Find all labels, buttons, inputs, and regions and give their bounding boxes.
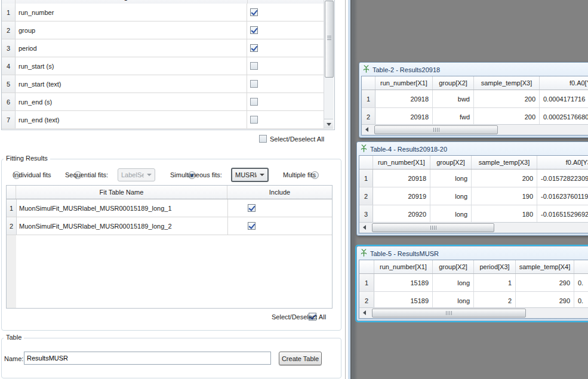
table-cell[interactable]: long bbox=[433, 274, 474, 291]
horizontal-scrollbar[interactable] bbox=[362, 124, 588, 135]
column-header[interactable]: group[X2] bbox=[433, 260, 474, 273]
fit-table-row: 1MuonSimulFit_MUSRlabel_MUSR00015189_lon… bbox=[7, 199, 332, 217]
log-value-cell: group bbox=[16, 21, 247, 39]
row-number: 2 bbox=[2, 21, 16, 39]
include-checkbox[interactable] bbox=[250, 80, 258, 88]
table-cell[interactable]: 15189 bbox=[374, 292, 433, 309]
column-header[interactable]: group[X2] bbox=[433, 76, 474, 90]
column-header[interactable]: period[X3] bbox=[474, 260, 516, 273]
table-cell[interactable]: 0. bbox=[574, 292, 588, 309]
include-checkbox[interactable] bbox=[248, 222, 255, 230]
column-header[interactable]: run_number[X1] bbox=[375, 76, 433, 90]
row-number: 2 bbox=[359, 187, 373, 205]
scrollbar-thumb[interactable] bbox=[372, 309, 526, 318]
scrollbar-thumb[interactable] bbox=[374, 125, 498, 134]
table-window-results20918-20[interactable]: Table-4 - Results20918-20run_number[X1]g… bbox=[356, 141, 588, 236]
multiple-fits-label: Multiple fits bbox=[283, 171, 316, 178]
table-cell[interactable]: 20920 bbox=[373, 205, 430, 223]
include-checkbox[interactable] bbox=[250, 44, 258, 52]
table-cell[interactable]: 20918 bbox=[375, 90, 433, 107]
table-cell[interactable]: long bbox=[433, 292, 474, 309]
log-table-rows: 1run_number2group3period4run_start (s)5r… bbox=[2, 4, 324, 129]
include-checkbox[interactable] bbox=[250, 98, 258, 106]
scrollbar-left-button[interactable] bbox=[359, 308, 370, 318]
row-number: 2 bbox=[362, 108, 375, 125]
window-titlebar[interactable]: Table-2 - Results20918 bbox=[361, 64, 588, 75]
table-window-resultsmusr[interactable]: Table-5 - ResultsMUSRrun_number[X1]group… bbox=[356, 246, 588, 321]
include-cell bbox=[247, 57, 324, 75]
table-cell[interactable]: bwd bbox=[433, 90, 474, 107]
table-cell[interactable]: long bbox=[430, 205, 472, 223]
table-cell[interactable]: -0.01623760119 bbox=[537, 187, 588, 205]
include-checkbox[interactable] bbox=[250, 62, 258, 70]
table-cell[interactable]: 20918 bbox=[373, 170, 430, 187]
chevron-down-icon bbox=[147, 174, 152, 176]
column-header[interactable] bbox=[574, 260, 588, 273]
table-cell[interactable]: 190 bbox=[472, 187, 537, 205]
table-corner bbox=[359, 156, 373, 169]
table-cell[interactable]: 200 bbox=[472, 170, 537, 187]
table-cell[interactable]: -0.01572822309 bbox=[537, 170, 588, 187]
column-header[interactable]: run_number[X1] bbox=[374, 260, 433, 273]
table-content: run_number[X1]group[X2]sample_temp[X3]f0… bbox=[361, 76, 588, 135]
table-cell[interactable]: 200 bbox=[474, 108, 540, 125]
table-cell[interactable]: 180 bbox=[472, 205, 537, 223]
column-header[interactable]: sample_temp[X3] bbox=[472, 156, 537, 169]
simultaneous-label-combobox[interactable]: MUSRlabe bbox=[231, 168, 269, 182]
table-cell[interactable]: 2 bbox=[474, 292, 516, 309]
table-cell[interactable]: 290 bbox=[516, 292, 574, 309]
include-cell bbox=[247, 39, 324, 57]
table-content: run_number[X1]group[X2]period[X3]sample_… bbox=[359, 260, 588, 319]
include-cell bbox=[247, 21, 324, 39]
include-checkbox[interactable] bbox=[250, 116, 258, 124]
table-cell[interactable]: long bbox=[430, 187, 472, 205]
row-number: 4 bbox=[2, 57, 16, 75]
window-titlebar[interactable]: Table-4 - Results20918-20 bbox=[358, 143, 588, 155]
table-cell[interactable]: 1 bbox=[474, 274, 516, 291]
include-checkbox[interactable] bbox=[248, 204, 255, 212]
table-cell[interactable]: 0. bbox=[574, 274, 588, 291]
scrollbar-down-button[interactable] bbox=[324, 119, 333, 129]
column-header[interactable]: f0.A0[Y bbox=[540, 76, 588, 90]
table-cell[interactable]: 20918 bbox=[375, 108, 433, 125]
table-cell[interactable]: 290 bbox=[516, 274, 574, 291]
sequential-label-combobox: LabelSeq bbox=[118, 168, 155, 181]
table-cell[interactable]: 0.0004171716 bbox=[540, 90, 588, 107]
table-cell[interactable]: 200 bbox=[474, 90, 540, 107]
scrollbar-thumb[interactable] bbox=[372, 223, 494, 232]
include-checkbox[interactable] bbox=[250, 8, 258, 16]
simultaneous-label-combobox-value: MUSRlabe bbox=[232, 171, 257, 178]
vertical-scrollbar[interactable] bbox=[324, 0, 334, 129]
left-arrow-icon bbox=[363, 225, 366, 230]
column-header[interactable]: sample_temp[X4] bbox=[516, 260, 574, 273]
results-table-panel: Log Value Include 1run_number2group3peri… bbox=[0, 0, 345, 379]
table-cell[interactable]: 15189 bbox=[374, 274, 433, 291]
table-cell[interactable]: 20919 bbox=[373, 187, 430, 205]
row-number: 1 bbox=[359, 170, 373, 187]
row-number: 6 bbox=[2, 93, 16, 110]
horizontal-scrollbar[interactable] bbox=[359, 222, 588, 233]
window-titlebar[interactable]: Table-5 - ResultsMUSR bbox=[358, 248, 588, 259]
panel-border bbox=[345, 0, 346, 379]
column-header[interactable]: f0.A0[Y3 bbox=[537, 156, 588, 169]
scrollbar-left-button[interactable] bbox=[359, 223, 370, 232]
column-header[interactable]: sample_temp[X3] bbox=[474, 76, 540, 90]
column-header[interactable]: group[X2] bbox=[430, 156, 472, 169]
scrollbar-thumb[interactable] bbox=[325, 1, 334, 78]
log-table-row: 3period bbox=[2, 39, 324, 57]
table-cell[interactable]: fwd bbox=[433, 108, 474, 125]
column-header[interactable]: run_number[X1] bbox=[373, 156, 430, 169]
log-values-table: Log Value Include 1run_number2group3peri… bbox=[1, 0, 335, 130]
table-window-results20918[interactable]: Table-2 - Results20918run_number[X1]grou… bbox=[359, 62, 588, 138]
table-cell[interactable]: long bbox=[430, 170, 472, 187]
table-name-input[interactable] bbox=[24, 352, 271, 365]
table-cell[interactable]: -0.01651529692 bbox=[537, 205, 588, 223]
include-checkbox[interactable] bbox=[250, 26, 258, 34]
scrollbar-left-button[interactable] bbox=[362, 125, 372, 134]
select-deselect-all-logs-checkbox[interactable] bbox=[259, 135, 267, 143]
select-deselect-all-logs-label: Select/Deselect All bbox=[270, 135, 324, 143]
log-value-cell: run_start (s) bbox=[16, 57, 247, 75]
horizontal-scrollbar[interactable] bbox=[359, 307, 588, 318]
create-table-button[interactable]: Create Table bbox=[279, 352, 322, 365]
table-cell[interactable]: 0.00025176680 bbox=[540, 108, 588, 125]
